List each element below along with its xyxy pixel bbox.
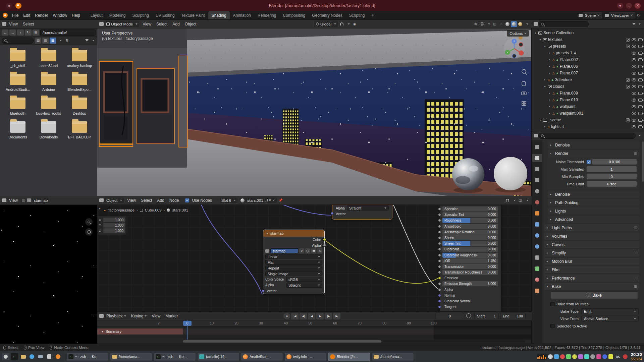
start-frame-field[interactable]: Start1 [474,313,498,319]
shading-wireframe-icon[interactable]: ◌ [498,21,504,27]
viewlayer-selector[interactable]: ViewLayer ✕ [609,12,635,18]
system-monitor-widget[interactable] [537,354,547,360]
outliner-row[interactable]: ▸△presets 14 [532,50,644,56]
auto-key-record-icon[interactable]: ● [283,313,290,319]
image-name-field[interactable]: starmap [270,248,298,253]
outliner-row[interactable]: ▼presets [532,43,644,50]
color-space-dropdown[interactable]: sRGB [286,277,322,282]
collection-checkbox[interactable] [626,38,630,42]
bake-button[interactable]: Bake [550,292,638,299]
snap-dropdown[interactable] [345,21,351,27]
properties-options-dropdown[interactable] [636,133,642,139]
slot-dropdown[interactable]: Slot 6 [219,197,238,203]
bsdf-row[interactable]: Alpha [442,287,498,292]
collection-checkbox[interactable] [626,85,630,88]
next-keyframe-icon[interactable]: |▶ [325,313,332,319]
input-socket[interactable] [438,231,441,234]
resize-handle-icon[interactable]: ⇄ [158,321,160,325]
outliner-row[interactable]: ▸△▲Plane.009 [532,90,644,97]
time-limit-field[interactable]: 0 sec [587,181,637,187]
sh-menu-add[interactable]: Add [155,198,166,203]
fb-search-input[interactable] [2,38,34,44]
launcher-editor-icon[interactable] [46,353,53,360]
snap-magnet-icon[interactable] [339,21,345,27]
overlays-icon[interactable]: ◫ [517,197,523,203]
outliner-row[interactable]: ▸△▲3dtexture [532,76,644,83]
unlink-icon[interactable]: ✕ [317,248,322,253]
shading-solid-icon[interactable] [504,21,511,27]
breadcrumb-material[interactable]: stars.001 [172,208,188,212]
taskbar-window[interactable]: >_~ : zsh — Ko... [66,353,109,361]
shading-material-icon[interactable] [511,21,517,27]
render-visibility-icon[interactable] [638,52,642,55]
zoom-icon[interactable] [85,218,93,226]
render-visibility-icon[interactable] [638,92,642,95]
img-menu-view[interactable]: View [7,198,20,203]
panel-options-icon[interactable]: ☰ [634,285,637,288]
launcher-mail-icon[interactable] [37,353,44,360]
menu-file[interactable]: File [10,13,21,18]
launcher-terminal-icon[interactable]: >_ [11,353,18,360]
folder-item[interactable]: Downloads [34,121,64,139]
principled-bsdf-node[interactable]: Specular0.000 Specular Tint0.000 Roughne… [439,205,501,312]
filter-funnel-icon[interactable] [632,23,636,25]
vp-menu-view[interactable]: View [140,22,154,26]
clock[interactable]: 20:30 5/23/24 [631,352,642,361]
orientation-dropdown[interactable]: Global [314,21,338,27]
options-dropdown[interactable]: Options [507,30,529,37]
tab-tool-icon[interactable] [532,143,542,151]
shading-dropdown[interactable] [524,21,530,27]
matte-sphere[interactable] [494,157,527,190]
gizmo-z-neg[interactable] [512,54,516,58]
xray-icon[interactable]: ◫ [492,21,498,27]
sort-icon[interactable]: ⇅ [64,38,70,44]
alpha-socket[interactable] [323,244,326,247]
folder-item[interactable]: acers3fand [34,50,64,68]
section-path-guiding[interactable]: ▸Path Guiding [548,199,639,206]
tray-volume-icon[interactable] [590,354,595,359]
use-nodes-checkbox[interactable] [185,198,189,202]
tangent-socket[interactable] [438,305,441,308]
folder-item[interactable]: AndroidStudi... [3,74,33,92]
filter-funnel-icon[interactable] [85,39,89,42]
section-bake[interactable]: ▾Bake☰ [544,283,639,290]
end-frame-field[interactable]: End100 [500,313,526,319]
panel-options-icon[interactable]: ☰ [634,226,637,230]
editor-type-icon[interactable] [2,198,6,202]
outliner-row[interactable]: ▼clouds [532,83,644,90]
up-button[interactable]: ↑ [17,29,24,36]
shader-type-dropdown[interactable]: Object [104,197,124,203]
render-visibility-icon[interactable] [638,78,642,81]
new-folder-button[interactable]: ⊞ [33,29,39,36]
hide-eye-icon[interactable] [632,38,636,41]
section-curves[interactable]: ▸Curves [544,241,639,248]
fake-user-shield-icon[interactable] [305,248,310,253]
summary-channel[interactable]: ▼ Summary [97,328,183,335]
normal-socket[interactable] [438,294,441,297]
blender-icon[interactable] [3,13,8,18]
max-samples-field[interactable]: 1 [587,166,637,172]
render-visibility-icon[interactable] [638,112,642,115]
axis-x-value[interactable]: 1.000 [103,218,125,222]
current-frame-field[interactable]: 0 [435,313,464,319]
users-count-button[interactable]: 2 [299,248,304,253]
hide-eye-icon[interactable] [632,92,636,95]
tl-menu-keying[interactable]: Keying [129,314,149,318]
image-selector[interactable]: starmap [32,197,50,203]
folder-item[interactable]: Arduino [34,74,64,92]
taskbar-window[interactable]: >_~ : zsh — Ko... [154,353,196,361]
tab-uv-editing[interactable]: UV Editing [152,11,178,20]
outliner-row[interactable]: ▸△▲Plane.006 [532,63,644,70]
editor-type-icon[interactable] [534,22,538,26]
breadcrumb-collection[interactable]: factorypassage [108,208,135,212]
source-dropdown[interactable]: Single Image [265,271,322,276]
tray-icon[interactable] [548,354,553,359]
tab-modeling[interactable]: Modeling [106,11,129,20]
scene-clear-icon[interactable]: ✕ [597,14,600,17]
section-film[interactable]: ▸Film [544,266,639,273]
starmap-image[interactable] [0,205,97,344]
gizmo-x-axis[interactable] [519,51,524,56]
image-browse-icon[interactable] [265,249,269,253]
play-reverse-icon[interactable]: ◀ [308,313,315,319]
taskbar-window[interactable]: twily.info –... [284,353,327,361]
